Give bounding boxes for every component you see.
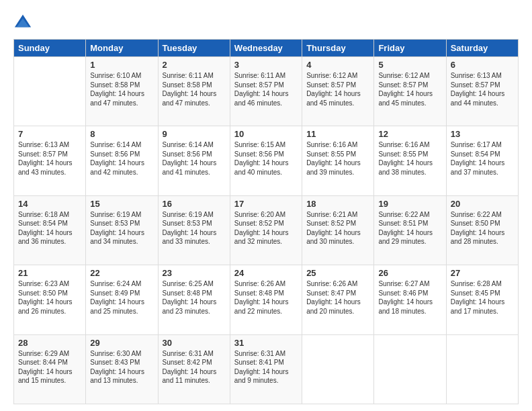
day-cell: 2Sunrise: 6:11 AM Sunset: 8:58 PM Daylig… (158, 57, 230, 126)
calendar-page: SundayMondayTuesdayWednesdayThursdayFrid… (0, 0, 532, 411)
header (13, 11, 519, 32)
day-cell (302, 334, 374, 404)
day-cell: 28Sunrise: 6:29 AM Sunset: 8:44 PM Dayli… (14, 334, 86, 404)
day-cell: 12Sunrise: 6:16 AM Sunset: 8:55 PM Dayli… (374, 126, 446, 195)
header-cell-monday: Monday (86, 40, 158, 57)
week-row-3: 14Sunrise: 6:18 AM Sunset: 8:54 PM Dayli… (14, 195, 519, 265)
day-detail: Sunrise: 6:10 AM Sunset: 8:58 PM Dayligh… (90, 71, 153, 107)
day-cell: 20Sunrise: 6:22 AM Sunset: 8:50 PM Dayli… (446, 195, 518, 265)
day-number: 24 (234, 268, 298, 278)
day-cell: 6Sunrise: 6:13 AM Sunset: 8:57 PM Daylig… (446, 57, 518, 126)
day-number: 8 (90, 129, 153, 139)
day-detail: Sunrise: 6:22 AM Sunset: 8:50 PM Dayligh… (451, 210, 514, 246)
day-number: 22 (90, 268, 153, 278)
day-number: 30 (163, 338, 226, 348)
day-detail: Sunrise: 6:19 AM Sunset: 8:53 PM Dayligh… (163, 210, 226, 246)
day-cell (14, 57, 86, 126)
day-cell: 19Sunrise: 6:22 AM Sunset: 8:51 PM Dayli… (374, 195, 446, 265)
day-cell: 13Sunrise: 6:17 AM Sunset: 8:54 PM Dayli… (446, 126, 518, 195)
day-detail: Sunrise: 6:23 AM Sunset: 8:50 PM Dayligh… (18, 279, 81, 316)
day-cell: 10Sunrise: 6:15 AM Sunset: 8:56 PM Dayli… (230, 126, 302, 195)
day-detail: Sunrise: 6:18 AM Sunset: 8:54 PM Dayligh… (18, 210, 81, 246)
week-row-2: 7Sunrise: 6:13 AM Sunset: 8:57 PM Daylig… (14, 126, 519, 195)
day-number: 26 (378, 268, 441, 278)
day-cell: 15Sunrise: 6:19 AM Sunset: 8:53 PM Dayli… (86, 195, 158, 265)
week-row-5: 28Sunrise: 6:29 AM Sunset: 8:44 PM Dayli… (14, 334, 519, 404)
logo-icon (13, 13, 32, 32)
day-detail: Sunrise: 6:30 AM Sunset: 8:43 PM Dayligh… (90, 349, 153, 385)
day-number: 20 (451, 199, 514, 209)
day-cell: 3Sunrise: 6:11 AM Sunset: 8:57 PM Daylig… (230, 57, 302, 126)
day-cell: 5Sunrise: 6:12 AM Sunset: 8:57 PM Daylig… (374, 57, 446, 126)
header-cell-tuesday: Tuesday (158, 40, 230, 57)
header-cell-thursday: Thursday (302, 40, 374, 57)
day-number: 29 (90, 338, 153, 348)
day-detail: Sunrise: 6:15 AM Sunset: 8:56 PM Dayligh… (234, 140, 298, 177)
day-number: 17 (234, 199, 298, 209)
day-number: 15 (90, 199, 153, 209)
day-cell: 26Sunrise: 6:27 AM Sunset: 8:46 PM Dayli… (374, 265, 446, 334)
day-cell: 16Sunrise: 6:19 AM Sunset: 8:53 PM Dayli… (158, 195, 230, 265)
day-detail: Sunrise: 6:27 AM Sunset: 8:46 PM Dayligh… (378, 279, 441, 316)
day-detail: Sunrise: 6:17 AM Sunset: 8:54 PM Dayligh… (451, 140, 514, 177)
day-cell: 22Sunrise: 6:24 AM Sunset: 8:49 PM Dayli… (86, 265, 158, 334)
day-number: 27 (451, 268, 514, 278)
day-cell: 21Sunrise: 6:23 AM Sunset: 8:50 PM Dayli… (14, 265, 86, 334)
day-detail: Sunrise: 6:13 AM Sunset: 8:57 PM Dayligh… (18, 140, 81, 177)
week-row-1: 1Sunrise: 6:10 AM Sunset: 8:58 PM Daylig… (14, 57, 519, 126)
day-number: 16 (163, 199, 226, 209)
day-number: 18 (306, 199, 369, 209)
day-number: 6 (451, 60, 514, 70)
day-cell: 25Sunrise: 6:26 AM Sunset: 8:47 PM Dayli… (302, 265, 374, 334)
day-number: 3 (234, 60, 298, 70)
header-cell-sunday: Sunday (14, 40, 86, 57)
day-detail: Sunrise: 6:24 AM Sunset: 8:49 PM Dayligh… (90, 279, 153, 316)
day-detail: Sunrise: 6:11 AM Sunset: 8:58 PM Dayligh… (163, 71, 226, 107)
day-number: 1 (90, 60, 153, 70)
day-detail: Sunrise: 6:20 AM Sunset: 8:52 PM Dayligh… (234, 210, 298, 246)
day-detail: Sunrise: 6:31 AM Sunset: 8:42 PM Dayligh… (163, 349, 226, 385)
day-cell: 11Sunrise: 6:16 AM Sunset: 8:55 PM Dayli… (302, 126, 374, 195)
day-number: 2 (163, 60, 226, 70)
day-detail: Sunrise: 6:31 AM Sunset: 8:41 PM Dayligh… (234, 349, 298, 385)
day-detail: Sunrise: 6:22 AM Sunset: 8:51 PM Dayligh… (378, 210, 441, 246)
day-detail: Sunrise: 6:29 AM Sunset: 8:44 PM Dayligh… (18, 349, 81, 385)
day-number: 14 (18, 199, 81, 209)
day-number: 12 (378, 129, 441, 139)
day-detail: Sunrise: 6:26 AM Sunset: 8:48 PM Dayligh… (234, 279, 298, 316)
day-cell: 27Sunrise: 6:28 AM Sunset: 8:45 PM Dayli… (446, 265, 518, 334)
day-cell: 8Sunrise: 6:14 AM Sunset: 8:56 PM Daylig… (86, 126, 158, 195)
day-cell: 24Sunrise: 6:26 AM Sunset: 8:48 PM Dayli… (230, 265, 302, 334)
day-cell: 7Sunrise: 6:13 AM Sunset: 8:57 PM Daylig… (14, 126, 86, 195)
day-number: 19 (378, 199, 441, 209)
day-cell (446, 334, 518, 404)
day-number: 11 (306, 129, 369, 139)
header-cell-wednesday: Wednesday (230, 40, 302, 57)
header-row: SundayMondayTuesdayWednesdayThursdayFrid… (14, 40, 519, 57)
day-cell: 23Sunrise: 6:25 AM Sunset: 8:48 PM Dayli… (158, 265, 230, 334)
header-cell-saturday: Saturday (446, 40, 518, 57)
day-cell: 1Sunrise: 6:10 AM Sunset: 8:58 PM Daylig… (86, 57, 158, 126)
day-cell: 18Sunrise: 6:21 AM Sunset: 8:52 PM Dayli… (302, 195, 374, 265)
day-detail: Sunrise: 6:11 AM Sunset: 8:57 PM Dayligh… (234, 71, 298, 107)
day-cell (374, 334, 446, 404)
week-row-4: 21Sunrise: 6:23 AM Sunset: 8:50 PM Dayli… (14, 265, 519, 334)
day-detail: Sunrise: 6:14 AM Sunset: 8:56 PM Dayligh… (163, 140, 226, 177)
day-detail: Sunrise: 6:12 AM Sunset: 8:57 PM Dayligh… (306, 71, 369, 107)
day-number: 21 (18, 268, 81, 278)
day-detail: Sunrise: 6:19 AM Sunset: 8:53 PM Dayligh… (90, 210, 153, 246)
logo (13, 11, 35, 32)
day-cell: 31Sunrise: 6:31 AM Sunset: 8:41 PM Dayli… (230, 334, 302, 404)
day-detail: Sunrise: 6:13 AM Sunset: 8:57 PM Dayligh… (451, 71, 514, 107)
day-number: 5 (378, 60, 441, 70)
calendar-table: SundayMondayTuesdayWednesdayThursdayFrid… (13, 39, 519, 404)
day-number: 4 (306, 60, 369, 70)
day-cell: 29Sunrise: 6:30 AM Sunset: 8:43 PM Dayli… (86, 334, 158, 404)
day-number: 25 (306, 268, 369, 278)
day-cell: 14Sunrise: 6:18 AM Sunset: 8:54 PM Dayli… (14, 195, 86, 265)
day-number: 28 (18, 338, 81, 348)
day-detail: Sunrise: 6:16 AM Sunset: 8:55 PM Dayligh… (306, 140, 369, 177)
day-detail: Sunrise: 6:14 AM Sunset: 8:56 PM Dayligh… (90, 140, 153, 177)
header-cell-friday: Friday (374, 40, 446, 57)
day-number: 9 (163, 129, 226, 139)
